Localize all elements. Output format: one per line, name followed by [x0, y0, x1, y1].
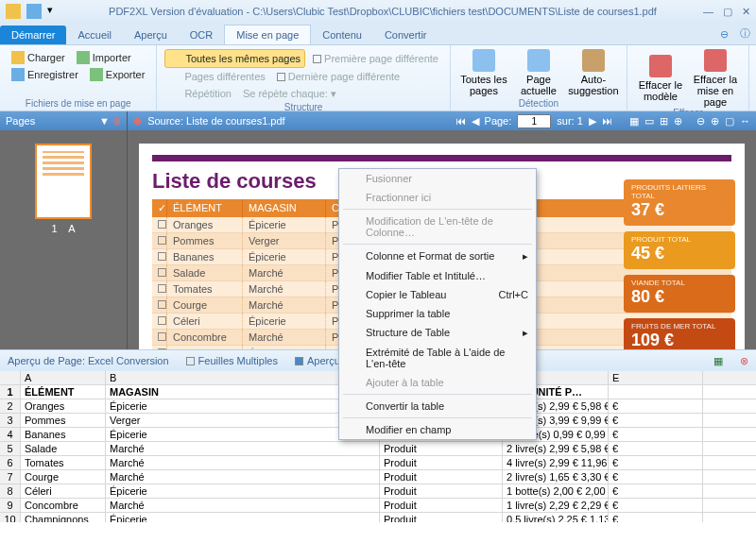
cell[interactable]: Produit	[380, 484, 503, 498]
row-header[interactable]: 1	[0, 385, 21, 399]
cell[interactable]: Marché	[106, 442, 380, 455]
maximize-button[interactable]: ▢	[723, 6, 732, 18]
checkbox-icon[interactable]	[158, 332, 166, 341]
exporter-button[interactable]: Exporter	[86, 66, 149, 83]
ctx-convertir[interactable]: Convertir la table	[339, 397, 536, 416]
cell[interactable]: Bananes	[21, 428, 106, 441]
first-page-icon[interactable]: ⏮	[455, 115, 466, 127]
checkbox-icon[interactable]	[158, 284, 166, 293]
cell[interactable]: Produit	[380, 456, 503, 469]
cell[interactable]: €	[609, 470, 703, 484]
cell[interactable]: 4 livre(s) 2,99 € 11,96 €	[503, 456, 609, 469]
page-actuelle-button[interactable]: Page actuelle	[513, 49, 564, 96]
tab-accueil[interactable]: Accueil	[66, 25, 122, 44]
col-header-a[interactable]: A	[21, 371, 106, 384]
repetition-button[interactable]: Répétition	[164, 85, 235, 102]
tool-icon[interactable]: ⊕	[674, 115, 682, 127]
cell[interactable]: €	[609, 442, 703, 455]
cell[interactable]: Épicerie	[106, 484, 380, 498]
prev-page-icon[interactable]: ◀	[472, 115, 479, 127]
close-preview-icon[interactable]: ⊗	[740, 355, 748, 367]
cell[interactable]: Marché	[106, 456, 380, 469]
cell[interactable]: €	[609, 499, 703, 512]
checkbox-icon[interactable]	[158, 236, 166, 245]
fit-icon[interactable]: ▢	[725, 115, 734, 127]
row-header[interactable]: 2	[0, 399, 21, 413]
checkbox-icon[interactable]	[158, 220, 166, 229]
row-header[interactable]: 7	[0, 470, 21, 484]
effacer-modele-button[interactable]: Effacer le modèle	[635, 49, 686, 108]
tab-file[interactable]: Démarrer	[0, 25, 66, 44]
ctx-ajouter[interactable]: Ajouter à la table	[339, 373, 536, 392]
checkbox-icon[interactable]	[158, 252, 166, 261]
tab-apercu[interactable]: Aperçu	[123, 25, 179, 44]
ctx-fractionner[interactable]: Fractionner ici	[339, 188, 536, 207]
filter-icon[interactable]: ▼	[99, 115, 110, 127]
cell[interactable]: Concombre	[21, 499, 106, 512]
cell[interactable]: Courge	[21, 470, 106, 484]
cell[interactable]: 0,5 livre(s) 2,25 € 1,13 €	[503, 513, 609, 522]
ctx-colonne-format[interactable]: Colonne et Format de sortie▸	[339, 246, 536, 266]
auto-suggestion-button[interactable]: Auto-suggestion	[568, 49, 619, 96]
help-icon[interactable]: ⊖	[714, 25, 734, 44]
toutes-pages-button[interactable]: Toutes les pages	[458, 49, 509, 96]
close-button[interactable]: ✕	[742, 6, 750, 18]
cell[interactable]: Salade	[21, 442, 106, 455]
cell[interactable]: Marché	[106, 470, 380, 484]
tool-icon[interactable]: ▭	[644, 115, 654, 127]
last-page-icon[interactable]: ⏭	[602, 115, 612, 127]
cell[interactable]: Marché	[106, 499, 380, 512]
info-icon[interactable]: ⓘ	[734, 23, 756, 44]
row-header[interactable]: 10	[0, 513, 21, 522]
cell[interactable]: Produit	[380, 470, 503, 484]
cell[interactable]: Champignons	[21, 513, 106, 522]
cell[interactable]: 2 livre(s) 2,99 € 5,98 €	[503, 442, 609, 455]
tool-icon[interactable]: ▦	[629, 115, 639, 127]
col-header-e[interactable]: E	[609, 371, 703, 384]
dropdown-icon[interactable]: ▾	[47, 4, 62, 19]
tool-icon[interactable]: ⊞	[660, 115, 668, 127]
premiere-diff-checkbox[interactable]: Première page différente	[309, 49, 442, 68]
cell[interactable]: ÉLÉMENT	[21, 385, 106, 399]
ctx-modifier-table[interactable]: Modifier Table et Intitulé…	[339, 266, 536, 285]
ctx-fusionner[interactable]: Fusionner	[339, 169, 536, 188]
ctx-extremite[interactable]: Extrémité de Table à L'aide de L'en-tête	[339, 343, 536, 373]
page-input[interactable]	[517, 114, 551, 128]
checkbox-icon[interactable]	[158, 268, 166, 277]
row-header[interactable]: 5	[0, 442, 21, 455]
tab-mise-en-page[interactable]: Mise en page	[224, 25, 311, 44]
cell[interactable]: Produit	[380, 513, 503, 522]
cell[interactable]	[609, 385, 703, 399]
tab-contenu[interactable]: Contenu	[311, 25, 373, 44]
tab-ocr[interactable]: OCR	[179, 25, 224, 44]
row-header[interactable]: 3	[0, 414, 21, 427]
pages-diff-button[interactable]: Pages différentes	[164, 68, 268, 85]
feuilles-checkbox[interactable]: Feuilles Multiples	[186, 355, 278, 366]
cell[interactable]: €	[609, 428, 703, 441]
cell[interactable]: Épicerie	[106, 513, 380, 522]
ctx-modifier-champ[interactable]: Modifier en champ	[339, 420, 536, 439]
ctx-supprimer[interactable]: Supprimer la table	[339, 304, 536, 323]
cell[interactable]: Oranges	[21, 399, 106, 413]
effacer-mise-button[interactable]: Effacer la mise en page	[690, 49, 741, 108]
cell[interactable]: Pommes	[21, 414, 106, 427]
cell[interactable]: Produit	[380, 499, 503, 512]
row-header[interactable]: 4	[0, 428, 21, 441]
excel-icon[interactable]: ▦	[713, 355, 723, 367]
cell[interactable]: 1 botte(s) 2,00 € 2,00 €	[503, 484, 609, 498]
corner-cell[interactable]	[0, 371, 21, 384]
cell[interactable]: €	[609, 399, 703, 413]
cell[interactable]: €	[609, 414, 703, 427]
enregistrer-button[interactable]: Enregistrer	[8, 66, 82, 83]
row-header[interactable]: 9	[0, 499, 21, 512]
row-header[interactable]: 6	[0, 456, 21, 469]
toutes-memes-pages-button[interactable]: Toutes les mêmes pages	[164, 49, 305, 68]
ctx-mod-entete[interactable]: Modification de L'en-tête de Colonne…	[339, 212, 536, 242]
minimize-button[interactable]: —	[703, 6, 713, 18]
derniere-diff-checkbox[interactable]: Dernière page différente	[273, 68, 404, 85]
cell[interactable]: 1 livre(s) 2,29 € 2,29 €	[503, 499, 609, 512]
fit-width-icon[interactable]: ↔	[740, 115, 750, 127]
open-icon[interactable]	[6, 4, 21, 19]
checkbox-icon[interactable]	[158, 316, 166, 325]
checkbox-icon[interactable]	[158, 348, 166, 349]
